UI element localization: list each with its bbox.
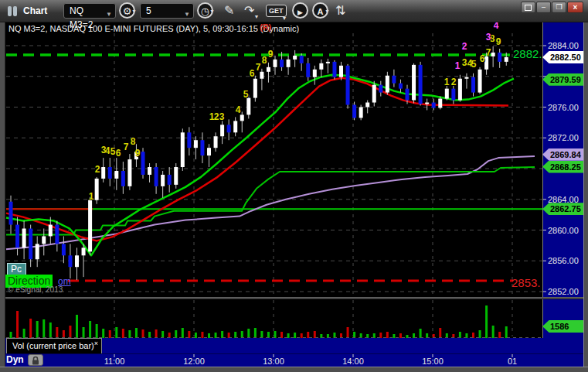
get-icon: GET	[269, 7, 284, 15]
link-windows-button[interactable]: ⇅	[335, 3, 345, 18]
window-border-bottom	[0, 367, 588, 372]
restore-icon	[525, 5, 532, 11]
swap-icon: ⇅	[335, 4, 345, 17]
axis-row-divider	[5, 353, 583, 354]
symbol-settings-button[interactable]: ⚙▼	[119, 2, 135, 19]
curve-arrow-icon: ↷	[244, 4, 254, 17]
lock-button[interactable]	[28, 354, 43, 366]
chevron-down-icon: ▼	[184, 8, 190, 22]
title-toolbar: Chart NQ M3=2 ▼ ⚙▼ 5 ▼ ◷▼ ✎ ↷▼ GET ▼ ▶ A	[0, 0, 588, 22]
volume-tab-label: Vol (current price bar)	[12, 341, 94, 350]
price-axis[interactable]	[542, 22, 583, 367]
draw-tool-button[interactable]: ✎	[224, 3, 234, 18]
maximize-button[interactable]: ❒	[552, 2, 566, 13]
restore-button[interactable]	[521, 2, 535, 13]
close-icon: ×	[573, 3, 578, 12]
clock-icon: ◷	[201, 5, 209, 17]
gear-icon: ⚙	[123, 5, 132, 17]
chevron-down-icon: ▼	[253, 14, 259, 19]
pencil-icon: ✎	[224, 4, 234, 17]
copyright-text: © eSignal, 2013	[8, 285, 63, 294]
chart-window: Chart NQ M3=2 ▼ ⚙▼ 5 ▼ ◷▼ ✎ ↷▼ GET ▼ ▶ A	[0, 0, 588, 372]
chart-title: NQ M3=2, NASDAQ 100 E-MINI FUTURES (DAY)…	[8, 24, 299, 33]
close-button[interactable]: ×	[567, 2, 583, 13]
window-title: Chart	[23, 5, 47, 16]
window-border-left	[0, 22, 5, 367]
replay-button[interactable]: ▶	[292, 2, 308, 19]
maximize-icon: ❒	[556, 3, 562, 11]
lock-icon	[29, 356, 42, 366]
window-border-right	[583, 22, 588, 367]
window-panes-icon	[8, 6, 17, 16]
alerts-button[interactable]: A ▼	[312, 2, 328, 19]
symbol-combobox[interactable]: NQ M3=2 ▼	[63, 3, 116, 19]
pane-splitter[interactable]	[5, 297, 583, 299]
chevron-down-icon: ▼	[106, 8, 112, 22]
line-study-button[interactable]: ↷▼	[244, 3, 254, 18]
a-circle-icon: A	[318, 7, 324, 16]
interval-combobox[interactable]: 5 ▼	[140, 3, 194, 19]
minimize-icon: –	[542, 3, 546, 11]
tab-volume-study[interactable]: Vol (current price bar) ×	[6, 338, 102, 353]
window-controls: – ❒ ×	[521, 2, 583, 13]
chevron-down-icon: ▼	[131, 4, 137, 19]
time-interval-button[interactable]: ◷▼	[197, 2, 213, 19]
chevron-down-icon: ▼	[209, 4, 215, 19]
chevron-down-icon: ▼	[282, 15, 287, 21]
get-data-button[interactable]: GET ▼	[266, 5, 287, 17]
chevron-down-icon: ▼	[325, 4, 330, 19]
dynamic-session-label: Dyn	[6, 354, 24, 365]
symbol-value: NQ M3=2	[70, 5, 93, 30]
play-icon: ▶	[297, 9, 303, 16]
minimize-button[interactable]: –	[536, 2, 551, 13]
chart-plot-background	[5, 22, 542, 367]
close-icon[interactable]: ×	[94, 340, 98, 347]
interval-value: 5	[146, 5, 151, 16]
realtime-flag: (R)	[260, 22, 271, 32]
